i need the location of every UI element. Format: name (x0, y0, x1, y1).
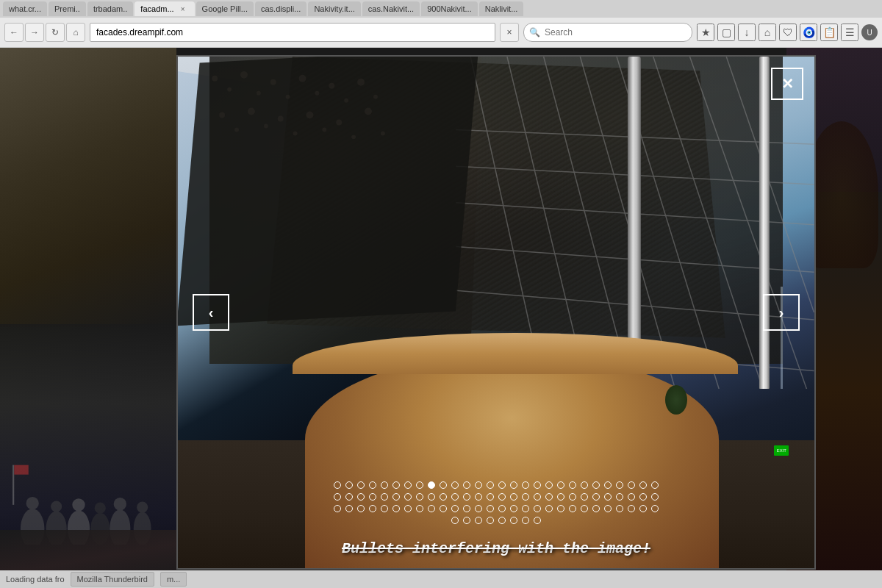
bullet-1-24[interactable] (616, 481, 623, 489)
bullet-4-3[interactable] (487, 517, 494, 524)
bullet-2-10[interactable] (451, 493, 459, 501)
close-tab-icon[interactable]: × (177, 3, 189, 15)
bullet-1-26[interactable] (639, 481, 647, 489)
bullet-2-6[interactable] (404, 493, 412, 501)
bullet-3-7[interactable] (416, 505, 423, 512)
bullet-1-27[interactable] (651, 481, 659, 489)
bullet-2-5[interactable] (392, 493, 400, 501)
bullet-1-19[interactable] (557, 481, 564, 489)
bullet-4-6[interactable] (522, 517, 529, 524)
bullet-3-5[interactable] (392, 505, 400, 512)
tab-3[interactable]: trbadam.. (87, 1, 133, 16)
bullet-3-22[interactable] (592, 505, 600, 512)
back-button[interactable]: ← (4, 23, 24, 42)
download-button[interactable]: ↓ (738, 24, 756, 41)
bullet-1-22[interactable] (592, 481, 600, 489)
bullet-3-21[interactable] (581, 505, 588, 512)
bullet-3-6[interactable] (404, 505, 412, 512)
shield-button[interactable]: 🛡 (779, 24, 797, 41)
bullet-1-21[interactable] (581, 481, 588, 489)
tab-5[interactable]: Google Pill... (196, 1, 254, 16)
bullet-2-3[interactable] (369, 493, 376, 501)
bullet-3-11[interactable] (463, 505, 470, 512)
bullet-4-2[interactable] (475, 517, 482, 524)
bullet-2-8[interactable] (428, 493, 435, 501)
bullet-2-13[interactable] (487, 493, 494, 501)
bullet-1-14[interactable] (498, 481, 506, 489)
search-input[interactable] (523, 23, 692, 42)
user-avatar[interactable]: U (861, 24, 878, 40)
home-button[interactable]: ⌂ (66, 23, 85, 42)
puzzle-button[interactable]: 🧿 (800, 24, 817, 41)
bullet-3-12[interactable] (475, 505, 482, 512)
bullet-1-15[interactable] (510, 481, 517, 489)
bullet-1-12[interactable] (475, 481, 482, 489)
tab-4-active[interactable]: facadm... × (135, 1, 194, 16)
bullet-1-17[interactable] (534, 481, 541, 489)
bullet-3-8[interactable] (428, 505, 435, 512)
bullet-3-15[interactable] (510, 505, 517, 512)
tab-2[interactable]: Premi.. (49, 1, 86, 16)
bullet-3-27[interactable] (651, 505, 659, 512)
bullet-3-13[interactable] (487, 505, 494, 512)
bullet-3-17[interactable] (534, 505, 541, 512)
bullet-3-18[interactable] (545, 505, 553, 512)
bullet-1-11[interactable] (463, 481, 470, 489)
bullet-1-18[interactable] (545, 481, 553, 489)
bullet-2-22[interactable] (592, 493, 600, 501)
bullet-3-19[interactable] (557, 505, 564, 512)
bullet-4-7[interactable] (534, 517, 541, 524)
bullet-3-23[interactable] (604, 505, 612, 512)
tab-6[interactable]: cas.displi... (255, 1, 306, 16)
bullet-1-0[interactable] (334, 481, 341, 489)
tab-7[interactable]: Nakivity.it... (308, 1, 360, 16)
bullet-1-23[interactable] (604, 481, 612, 489)
bullet-3-16[interactable] (522, 505, 529, 512)
bullet-4-0[interactable] (451, 517, 459, 524)
bullet-2-16[interactable] (522, 493, 529, 501)
reload-button[interactable]: ↻ (46, 23, 65, 42)
bullet-3-20[interactable] (569, 505, 576, 512)
bullet-2-7[interactable] (416, 493, 423, 501)
bullet-4-5[interactable] (510, 517, 517, 524)
bullet-2-21[interactable] (581, 493, 588, 501)
bullet-3-4[interactable] (381, 505, 388, 512)
bullet-3-25[interactable] (628, 505, 635, 512)
bullet-2-19[interactable] (557, 493, 564, 501)
bullet-1-5[interactable] (392, 481, 400, 489)
bullet-3-14[interactable] (498, 505, 506, 512)
bullet-2-14[interactable] (498, 493, 506, 501)
bullet-2-23[interactable] (604, 493, 612, 501)
address-field[interactable]: facades.dreampif.com (90, 23, 495, 42)
bullet-1-16[interactable] (522, 481, 529, 489)
bullet-2-26[interactable] (639, 493, 647, 501)
bullet-1-9[interactable] (440, 481, 447, 489)
tab-8[interactable]: cas.Nakivit... (362, 1, 420, 16)
bullet-1-3[interactable] (369, 481, 376, 489)
bullet-2-1[interactable] (345, 493, 353, 501)
bullet-1-4[interactable] (381, 481, 388, 489)
bullet-1-1[interactable] (345, 481, 353, 489)
home-toolbar-button[interactable]: ⌂ (759, 24, 776, 41)
bullet-1-20[interactable] (569, 481, 576, 489)
tab-10[interactable]: Naklivit... (479, 1, 524, 16)
menu-button[interactable]: ☰ (841, 24, 858, 41)
bullet-2-0[interactable] (334, 493, 341, 501)
bullet-2-12[interactable] (475, 493, 482, 501)
bullet-2-24[interactable] (616, 493, 623, 501)
bullet-3-26[interactable] (639, 505, 647, 512)
taskbar-item-m[interactable]: m... (160, 572, 187, 587)
bullet-2-15[interactable] (510, 493, 517, 501)
bullet-2-4[interactable] (381, 493, 388, 501)
bullet-3-2[interactable] (357, 505, 365, 512)
bookmark-star-button[interactable]: ★ (697, 24, 714, 41)
bullet-4-1[interactable] (463, 517, 470, 524)
bullet-1-13[interactable] (487, 481, 494, 489)
clipboard-button[interactable]: 📋 (820, 24, 838, 41)
next-button[interactable]: › (763, 294, 800, 331)
bullet-4-4[interactable] (498, 517, 506, 524)
bullet-3-9[interactable] (440, 505, 447, 512)
reading-mode-button[interactable]: ▢ (717, 24, 735, 41)
bullet-3-24[interactable] (616, 505, 623, 512)
bullet-3-1[interactable] (345, 505, 353, 512)
